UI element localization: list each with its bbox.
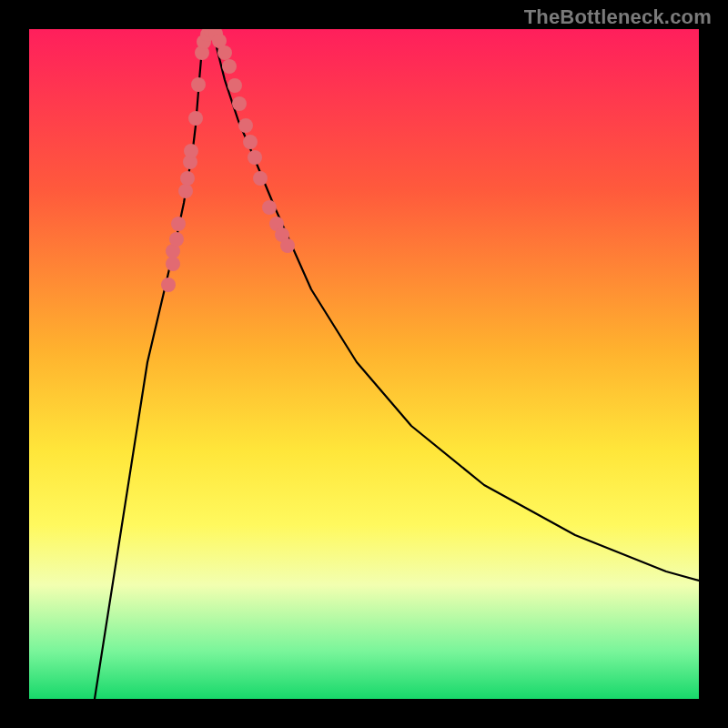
scatter-dot [232, 96, 247, 111]
scatter-dot [178, 184, 193, 198]
scatter-dot [184, 144, 198, 158]
plot-area [29, 29, 699, 699]
scatter-dot [161, 278, 176, 292]
scatter-dot [262, 200, 277, 215]
scatter-dot [253, 171, 268, 186]
scatter-dot [280, 238, 295, 253]
scatter-dot [222, 59, 237, 74]
scatter-dot [243, 135, 258, 149]
scatter-dot [217, 46, 232, 60]
scatter-dot [238, 118, 253, 133]
scatter-dot [166, 257, 180, 271]
scatter-dot [191, 77, 206, 92]
chart-svg [29, 29, 699, 699]
scatter-dot [169, 232, 184, 247]
scatter-dot [248, 150, 262, 165]
outer-frame: TheBottleneck.com [0, 0, 728, 728]
watermark-text: TheBottleneck.com [524, 5, 712, 29]
scatter-dot [171, 217, 186, 231]
scatter-dot [228, 78, 242, 93]
scatter-dot [188, 111, 203, 126]
chart-background [29, 29, 699, 699]
scatter-dot [180, 171, 195, 186]
